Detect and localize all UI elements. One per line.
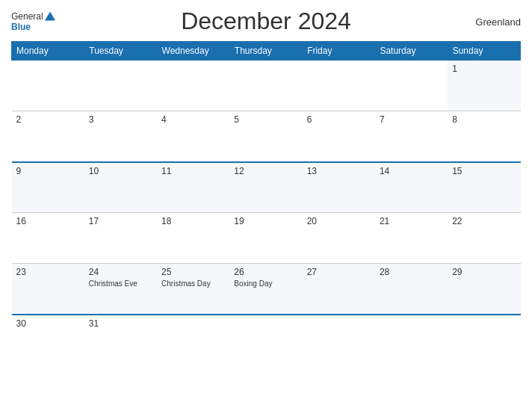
- calendar-day-cell: 12: [229, 162, 302, 213]
- region-label: Greenland: [475, 16, 521, 27]
- calendar-week-row: 2324Christmas Eve25Christmas Day26Boxing…: [12, 264, 521, 315]
- calendar-day-cell: [157, 315, 229, 365]
- day-number: 12: [234, 166, 297, 176]
- day-number: 25: [161, 267, 225, 277]
- calendar-day-cell: [229, 61, 302, 111]
- weekday-saturday: Saturday: [375, 42, 448, 61]
- day-number: 17: [89, 216, 152, 226]
- day-number: 10: [89, 166, 152, 176]
- day-number: 1: [452, 64, 516, 74]
- calendar-day-cell: 8: [448, 111, 520, 162]
- calendar-day-cell: 7: [375, 111, 448, 162]
- calendar-day-cell: 6: [303, 111, 375, 162]
- day-number: 2: [16, 114, 80, 125]
- weekday-sunday: Sunday: [448, 42, 520, 61]
- calendar-week-row: 1: [12, 61, 521, 111]
- calendar-day-cell: 26Boxing Day: [229, 264, 302, 315]
- calendar-day-cell: [303, 61, 375, 111]
- calendar-day-cell: 2: [12, 111, 84, 162]
- day-number: 24: [89, 267, 152, 277]
- calendar-grid: Monday Tuesday Wednesday Thursday Friday…: [11, 41, 521, 365]
- calendar-day-cell: 18: [157, 213, 229, 264]
- day-number: 15: [452, 166, 516, 176]
- weekday-monday: Monday: [12, 42, 84, 61]
- weekday-thursday: Thursday: [229, 42, 302, 61]
- day-number: 22: [452, 216, 516, 226]
- weekday-tuesday: Tuesday: [84, 42, 157, 61]
- calendar-week-row: 2345678: [12, 111, 521, 162]
- day-number: 14: [380, 166, 443, 176]
- calendar-day-cell: 11: [157, 162, 229, 213]
- calendar-day-cell: 31: [84, 315, 157, 365]
- calendar-week-row: 3031: [12, 315, 521, 365]
- day-number: 16: [16, 216, 80, 226]
- day-number: 19: [234, 216, 297, 226]
- calendar-day-cell: 19: [229, 213, 302, 264]
- month-title: December 2024: [181, 7, 351, 35]
- holiday-label: Boxing Day: [234, 279, 297, 288]
- day-number: 20: [307, 216, 371, 226]
- logo: General Blue: [11, 10, 55, 32]
- calendar-day-cell: 3: [84, 111, 157, 162]
- calendar-day-cell: 24Christmas Eve: [84, 264, 157, 315]
- day-number: 23: [16, 267, 80, 277]
- calendar-day-cell: 13: [303, 162, 375, 213]
- day-number: 29: [452, 267, 516, 277]
- calendar-day-cell: 16: [12, 213, 84, 264]
- calendar-day-cell: 30: [12, 315, 84, 365]
- day-number: 18: [161, 216, 225, 226]
- day-number: 28: [380, 267, 443, 277]
- day-number: 8: [452, 114, 516, 125]
- calendar-day-cell: [303, 315, 375, 365]
- calendar-day-cell: [375, 315, 448, 365]
- calendar-day-cell: [375, 61, 448, 111]
- calendar-day-cell: 5: [229, 111, 302, 162]
- calendar-day-cell: 9: [12, 162, 84, 213]
- day-number: 6: [307, 114, 371, 125]
- calendar-day-cell: [12, 61, 84, 111]
- calendar-day-cell: [229, 315, 302, 365]
- day-number: 27: [307, 267, 371, 277]
- calendar-day-cell: 1: [448, 61, 520, 111]
- day-number: 4: [161, 114, 225, 125]
- day-number: 26: [234, 267, 297, 277]
- calendar-container: General Blue December 2024 Greenland Mon…: [0, 0, 532, 411]
- holiday-label: Christmas Eve: [89, 279, 152, 288]
- day-number: 11: [161, 166, 225, 176]
- calendar-week-row: 16171819202122: [12, 213, 521, 264]
- calendar-header: General Blue December 2024 Greenland: [11, 7, 521, 35]
- day-number: 9: [16, 166, 80, 176]
- calendar-day-cell: 27: [303, 264, 375, 315]
- calendar-day-cell: 15: [448, 162, 520, 213]
- logo-triangle-icon: [45, 11, 55, 20]
- calendar-day-cell: 20: [303, 213, 375, 264]
- calendar-day-cell: 14: [375, 162, 448, 213]
- calendar-day-cell: [448, 315, 520, 365]
- day-number: 3: [89, 114, 152, 125]
- day-number: 7: [380, 114, 443, 125]
- calendar-day-cell: 25Christmas Day: [157, 264, 229, 315]
- calendar-day-cell: 22: [448, 213, 520, 264]
- weekday-header-row: Monday Tuesday Wednesday Thursday Friday…: [12, 42, 521, 61]
- calendar-day-cell: 21: [375, 213, 448, 264]
- weekday-friday: Friday: [303, 42, 375, 61]
- calendar-day-cell: 10: [84, 162, 157, 213]
- calendar-week-row: 9101112131415: [12, 162, 521, 213]
- weekday-wednesday: Wednesday: [157, 42, 229, 61]
- day-number: 21: [380, 216, 443, 226]
- calendar-day-cell: 17: [84, 213, 157, 264]
- calendar-day-cell: [157, 61, 229, 111]
- calendar-day-cell: 29: [448, 264, 520, 315]
- day-number: 30: [16, 318, 80, 329]
- calendar-day-cell: 28: [375, 264, 448, 315]
- day-number: 31: [89, 318, 152, 329]
- holiday-label: Christmas Day: [161, 279, 225, 288]
- calendar-day-cell: 4: [157, 111, 229, 162]
- logo-blue-text: Blue: [11, 22, 55, 32]
- day-number: 5: [234, 114, 297, 125]
- day-number: 13: [307, 166, 371, 176]
- logo-general-text: General: [11, 10, 43, 21]
- calendar-day-cell: [84, 61, 157, 111]
- calendar-day-cell: 23: [12, 264, 84, 315]
